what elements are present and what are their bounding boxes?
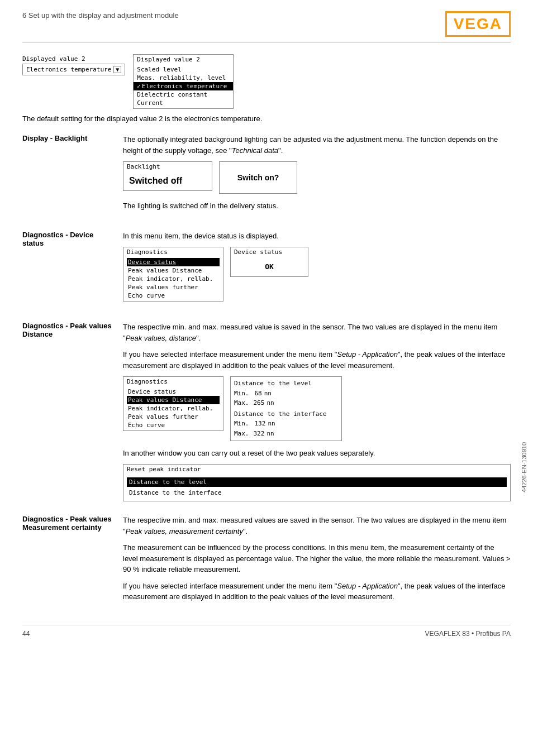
- page-footer: 44 VEGAFLEX 83 • Profibus PA: [22, 625, 511, 638]
- intf-max-unit: nn: [266, 429, 274, 439]
- max-unit: nn: [266, 398, 274, 408]
- distance-interface-min-row: Min. 132 nn: [234, 419, 338, 429]
- reset-peak-box: Reset peak indicator Distance to the lev…: [123, 464, 511, 501]
- diagnostics-peak-distance-section: Diagnostics - Peak values Distance The r…: [22, 322, 511, 501]
- backlight-switched-off: Switched off: [123, 171, 212, 190]
- diag-peak-menu-body: Device status Peak values Distance Peak …: [123, 386, 223, 430]
- displayed-value2-widget: Displayed value 2 Electronics temperatur…: [22, 54, 125, 75]
- distance-box-body: Distance to the level Min. 68 nn Max. 26…: [231, 377, 341, 441]
- reset-distance-interface[interactable]: Distance to the interface: [127, 488, 507, 497]
- backlight-content: The optionally integrated background lig…: [123, 134, 511, 217]
- reset-peak-area: Reset peak indicator Distance to the lev…: [123, 464, 511, 501]
- distance-level-min-row: Min. 68 nn: [234, 389, 338, 399]
- backlight-widget: Backlight Switched off: [123, 161, 212, 191]
- diagnostics-peak-certainty-label: Diagnostics - Peak values Measurement ce…: [22, 515, 123, 608]
- backlight-widgets: Backlight Switched off Switch on?: [123, 161, 511, 194]
- backlight-description2: The lighting is switched off in the deli…: [123, 200, 511, 212]
- diag-peak-distance-menu: Diagnostics Device status Peak values Di…: [123, 376, 223, 431]
- device-status-value: OK: [231, 257, 308, 276]
- intf-min-label: Min.: [234, 419, 249, 429]
- diagnostics-device-content: In this menu item, the device status is …: [123, 231, 511, 309]
- intf-max-val: 322: [254, 429, 265, 439]
- page-number: 44: [22, 630, 30, 638]
- popup-title: Displayed value 2: [134, 55, 233, 64]
- popup-body: Scaled level Meas. reliability, level El…: [134, 64, 233, 108]
- widget-title: Displayed value 2: [22, 54, 125, 64]
- diag-item-peak-distance[interactable]: Peak values Distance: [127, 266, 220, 275]
- diag-menu-title: Diagnostics: [123, 247, 223, 257]
- backlight-label: Display - Backlight: [22, 134, 123, 217]
- displayed-value2-dropdown[interactable]: Electronics temperature ▼: [22, 64, 125, 75]
- peak-distance-desc3: In another window you can carry out a re…: [123, 448, 511, 459]
- distance-level-max-row: Max. 265 nn: [234, 398, 338, 408]
- reset-distance-level[interactable]: Distance to the level: [127, 477, 507, 487]
- diagnostics-peak-certainty-section: Diagnostics - Peak values Measurement ce…: [22, 515, 511, 608]
- vertical-label: 44226-EN-130910: [521, 442, 527, 492]
- diag-item-echo-curve[interactable]: Echo curve: [127, 291, 220, 300]
- max-label: Max.: [234, 398, 249, 408]
- min-val: 68: [255, 389, 262, 399]
- device-status-title: Device status: [231, 247, 308, 257]
- backlight-description1: The optionally integrated background lig…: [123, 134, 511, 156]
- diag-item-peak-indicator[interactable]: Peak indicator, rellab.: [127, 275, 220, 283]
- displayed-value2-widgets: Displayed value 2 Electronics temperatur…: [22, 54, 511, 109]
- displayed-value2-popup: Displayed value 2 Scaled level Meas. rel…: [133, 54, 234, 109]
- diag-item-device-status[interactable]: Device status: [127, 258, 220, 266]
- dropdown-arrow-icon[interactable]: ▼: [113, 66, 121, 73]
- diagnostics-device-section: Diagnostics - Device status In this menu…: [22, 231, 511, 309]
- diagnostics-peak-distance-content: The respective min. and max. measured va…: [123, 322, 511, 501]
- diag2-item-peak-distance[interactable]: Peak values Distance: [127, 396, 220, 404]
- distance-values-box: Distance to the level Min. 68 nn Max. 26…: [230, 376, 342, 441]
- device-status-box: Device status OK: [230, 247, 308, 277]
- displayed-value2-section: Displayed value 2 Electronics temperatur…: [22, 54, 511, 123]
- peak-distance-desc2: If you have selected interface measureme…: [123, 349, 511, 371]
- intf-min-val: 132: [255, 419, 266, 429]
- displayed-value2-description: The default setting for the displayed va…: [22, 114, 511, 123]
- diag2-item-device-status[interactable]: Device status: [127, 387, 220, 396]
- distance-level-label: Distance to the level: [234, 379, 338, 389]
- backlight-widget-title: Backlight: [123, 162, 212, 171]
- certainty-desc1: The respective min. and max. measured va…: [123, 515, 511, 537]
- diagnostics-device-widgets: Diagnostics Device status Peak values Di…: [123, 247, 511, 302]
- diagnostics-menu: Diagnostics Device status Peak values Di…: [123, 247, 223, 302]
- distance-interface-label: Distance to the interface: [234, 409, 338, 419]
- diagnostics-device-label: Diagnostics - Device status: [22, 231, 123, 309]
- diagnostics-peak-distance-label: Diagnostics - Peak values Distance: [22, 322, 123, 501]
- intf-min-unit: nn: [268, 419, 275, 429]
- max-val: 265: [254, 398, 265, 408]
- diag2-item-peak-indicator[interactable]: Peak indicator, rellab.: [127, 404, 220, 413]
- certainty-desc2: The measurement can be influenced by the…: [123, 542, 511, 575]
- peak-distance-desc1: The respective min. and max. measured va…: [123, 322, 511, 343]
- reset-box-title: Reset peak indicator: [123, 465, 510, 474]
- diag2-item-peak-further[interactable]: Peak values further: [127, 413, 220, 421]
- header-title: 6 Set up with the display and adjustment…: [22, 11, 179, 20]
- certainty-desc3: If you have selected interface measureme…: [123, 581, 511, 602]
- dropdown-value: Electronics temperature: [26, 66, 111, 73]
- peak-distance-widgets: Diagnostics Device status Peak values Di…: [123, 376, 511, 441]
- intf-max-label: Max.: [234, 429, 249, 439]
- popup-item-current[interactable]: Current: [134, 99, 233, 107]
- popup-item-meas[interactable]: Meas. reliability, level: [134, 74, 233, 82]
- diag-menu-body: Device status Peak values Distance Peak …: [123, 257, 223, 301]
- diag2-item-echo-curve[interactable]: Echo curve: [127, 421, 220, 429]
- backlight-section: Display - Backlight The optionally integ…: [22, 134, 511, 217]
- reset-box-body: Distance to the level Distance to the in…: [123, 474, 510, 501]
- diagnostics-peak-certainty-content: The respective min. and max. measured va…: [123, 515, 511, 608]
- vega-logo: VEGA: [445, 11, 511, 37]
- product-name: VEGAFLEX 83 • Profibus PA: [425, 630, 511, 638]
- distance-interface-max-row: Max. 322 nn: [234, 429, 338, 439]
- page-header: 6 Set up with the display and adjustment…: [22, 11, 511, 43]
- popup-item-dielectric[interactable]: Dielectric constant: [134, 90, 233, 99]
- popup-item-electronics[interactable]: Electronics temperature: [134, 82, 233, 90]
- switch-on-label: Switch on?: [237, 173, 279, 182]
- diag-peak-menu-title: Diagnostics: [123, 377, 223, 386]
- diagnostics-device-desc: In this menu item, the device status is …: [123, 231, 511, 242]
- min-label: Min.: [234, 389, 249, 399]
- diag-item-peak-further[interactable]: Peak values further: [127, 283, 220, 291]
- min-unit: nn: [264, 389, 272, 399]
- switch-on-box[interactable]: Switch on?: [219, 161, 297, 194]
- popup-item-scaled[interactable]: Scaled level: [134, 65, 233, 74]
